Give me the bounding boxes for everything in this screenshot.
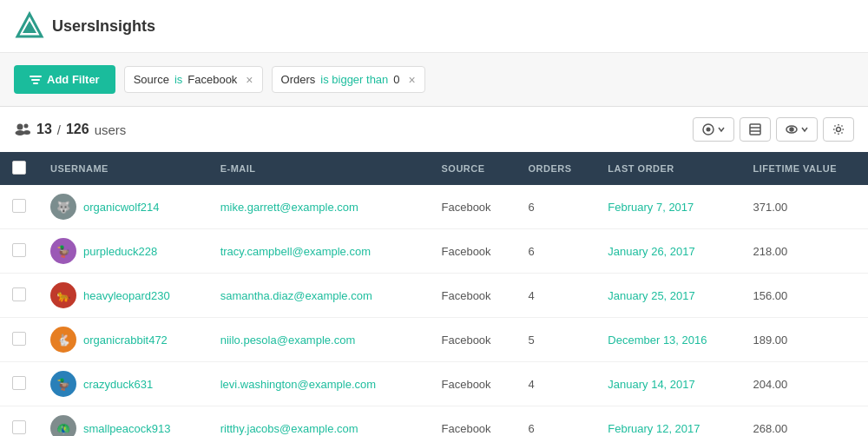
- expand-btn[interactable]: [740, 117, 771, 142]
- columns-icon: [702, 123, 714, 135]
- remove-filter-orders[interactable]: ×: [409, 74, 416, 86]
- row-lifetime-cell: 156.00: [740, 274, 868, 318]
- view-btn[interactable]: [776, 117, 818, 142]
- row-orders-cell: 5: [516, 318, 596, 362]
- avatar: 🐆: [50, 282, 76, 308]
- row-username-cell: 🐆 heavyleopard230: [38, 274, 208, 318]
- source-value: Facebook: [442, 334, 491, 347]
- orders-value: 4: [529, 378, 535, 391]
- filter-bar: Add Filter Source is Facebook × Orders i…: [0, 53, 868, 107]
- source-value: Facebook: [442, 289, 491, 302]
- row-email-cell: tracy.campbell@example.com: [208, 229, 430, 274]
- add-filter-button[interactable]: Add Filter: [14, 65, 115, 94]
- avatar: 🦆: [50, 371, 76, 397]
- row-orders-cell: 4: [516, 362, 596, 406]
- username-link[interactable]: organicrabbit472: [83, 334, 168, 347]
- row-checkbox-cell: [0, 362, 38, 406]
- email-link[interactable]: niilo.pesola@example.com: [220, 334, 356, 347]
- eye-icon: [786, 123, 798, 135]
- row-email-cell: ritthy.jacobs@example.com: [208, 406, 430, 437]
- source-value: Facebook: [442, 245, 491, 258]
- row-checkbox[interactable]: [12, 199, 26, 213]
- expand-icon: [749, 123, 761, 135]
- lifetime-value: 204.00: [753, 378, 787, 391]
- row-email-cell: mike.garrett@example.com: [208, 185, 430, 229]
- svg-point-15: [790, 128, 793, 131]
- app-title: UsersInsights: [52, 17, 155, 36]
- svg-rect-11: [750, 124, 760, 135]
- remove-filter-source[interactable]: ×: [246, 74, 253, 86]
- user-count-separator: /: [57, 122, 61, 137]
- svg-point-8: [23, 130, 30, 135]
- orders-value: 6: [529, 201, 535, 214]
- col-lifetime-value: LIFETIME VALUE: [740, 152, 868, 185]
- user-count-label: users: [95, 122, 127, 137]
- row-orders-cell: 6: [516, 229, 596, 274]
- email-link[interactable]: levi.washington@example.com: [220, 378, 376, 391]
- email-link[interactable]: ritthy.jacobs@example.com: [220, 422, 358, 435]
- view-chevron-icon: [801, 126, 808, 133]
- logo-icon: [14, 10, 45, 42]
- filter-source-op: is: [174, 73, 182, 86]
- lifetime-value: 268.00: [753, 422, 787, 435]
- header: UsersInsights: [0, 0, 868, 53]
- avatar: 🐺: [50, 194, 76, 220]
- row-checkbox[interactable]: [12, 332, 26, 346]
- filter-orders-key: Orders: [281, 73, 316, 86]
- table-row: 🦚 smallpeacock913 ritthy.jacobs@example.…: [0, 406, 868, 437]
- row-lifetime-cell: 268.00: [740, 406, 868, 437]
- row-checkbox[interactable]: [12, 287, 26, 301]
- row-username-cell: 🐇 organicrabbit472: [38, 318, 208, 362]
- chevron-down-icon: [718, 126, 725, 133]
- row-lifetime-cell: 218.00: [740, 229, 868, 274]
- add-filter-label: Add Filter: [47, 73, 100, 86]
- toolbar-actions: [693, 117, 854, 142]
- row-email-cell: levi.washington@example.com: [208, 362, 430, 406]
- email-link[interactable]: tracy.campbell@example.com: [220, 245, 371, 258]
- lifetime-value: 189.00: [753, 334, 787, 347]
- table-row: 🐺 organicwolf214 mike.garrett@example.co…: [0, 185, 868, 229]
- filter-source-value: Facebook: [187, 73, 237, 86]
- source-value: Facebook: [442, 378, 491, 391]
- filter-orders-value: 0: [393, 73, 399, 86]
- svg-point-7: [24, 124, 29, 129]
- email-link[interactable]: samantha.diaz@example.com: [220, 289, 372, 302]
- row-last-order-cell: January 14, 2017: [595, 362, 740, 406]
- last-order-value: January 26, 2017: [608, 245, 694, 258]
- username-link[interactable]: crazyduck631: [83, 378, 153, 391]
- table-row: 🐆 heavyleopard230 samantha.diaz@example.…: [0, 274, 868, 318]
- table-body: 🐺 organicwolf214 mike.garrett@example.co…: [0, 185, 868, 436]
- svg-rect-3: [31, 79, 40, 81]
- filter-tag-source: Source is Facebook ×: [124, 66, 263, 93]
- lifetime-value: 156.00: [753, 289, 787, 302]
- last-order-value: January 14, 2017: [608, 378, 694, 391]
- username-link[interactable]: heavyleopard230: [83, 289, 170, 302]
- filter-tag-orders: Orders is bigger than 0 ×: [272, 66, 425, 93]
- username-link[interactable]: purpleduck228: [83, 245, 157, 258]
- orders-value: 5: [529, 334, 535, 347]
- col-source: SOURCE: [430, 152, 516, 185]
- row-last-order-cell: January 26, 2017: [595, 229, 740, 274]
- table-row: 🦆 crazyduck631 levi.washington@example.c…: [0, 362, 868, 406]
- columns-btn[interactable]: [693, 117, 734, 142]
- email-link[interactable]: mike.garrett@example.com: [220, 201, 358, 214]
- avatar: 🐇: [50, 327, 76, 353]
- last-order-value: February 7, 2017: [608, 201, 694, 214]
- row-username-cell: 🦚 smallpeacock913: [38, 406, 208, 437]
- row-source-cell: Facebook: [430, 229, 516, 274]
- header-checkbox[interactable]: [12, 161, 26, 175]
- svg-rect-2: [30, 76, 42, 77]
- row-checkbox[interactable]: [12, 420, 26, 434]
- row-lifetime-cell: 371.00: [740, 185, 868, 229]
- row-source-cell: Facebook: [430, 185, 516, 229]
- svg-point-10: [707, 128, 711, 132]
- source-value: Facebook: [442, 201, 491, 214]
- row-last-order-cell: January 25, 2017: [595, 274, 740, 318]
- settings-btn[interactable]: [823, 117, 854, 142]
- row-checkbox[interactable]: [12, 243, 26, 257]
- orders-value: 6: [529, 422, 535, 435]
- username-link[interactable]: smallpeacock913: [83, 422, 170, 435]
- lifetime-value: 218.00: [753, 245, 787, 258]
- row-checkbox[interactable]: [12, 376, 26, 390]
- username-link[interactable]: organicwolf214: [83, 201, 159, 214]
